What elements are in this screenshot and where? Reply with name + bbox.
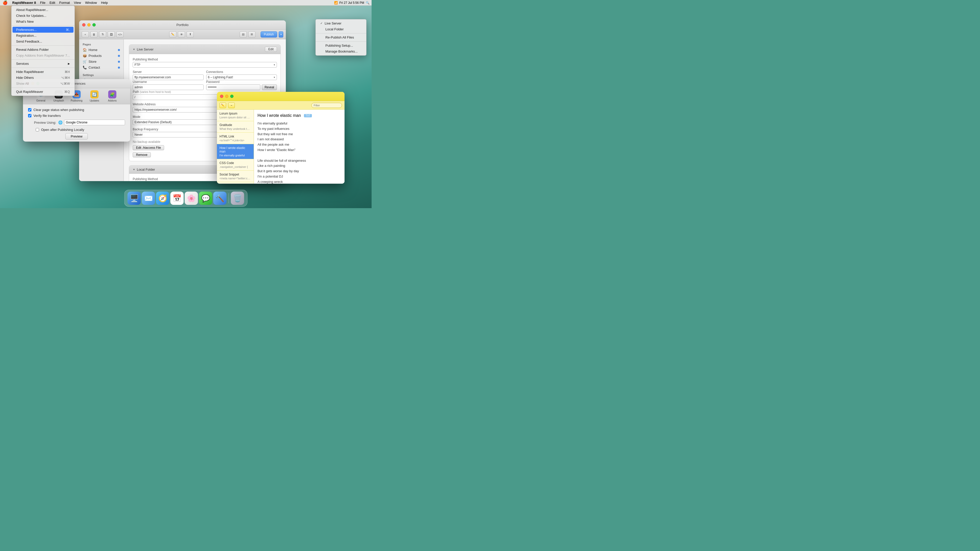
notes-minimize-button[interactable]	[225, 95, 228, 98]
app-menu-rapidweaver[interactable]: RapidWeaver 8	[10, 0, 38, 5]
sidebar-item-contact[interactable]: 📞 Contact	[79, 65, 124, 70]
reveal-button[interactable]: Reveal	[262, 84, 277, 90]
menu-registration[interactable]: Registration...	[11, 33, 75, 38]
menu-preferences[interactable]: Preferences... ⌘,	[13, 27, 73, 33]
menu-reveal-addons[interactable]: Reveal Addons Folder	[11, 47, 75, 52]
pub-menu-live-server[interactable]: ✓ Live Server	[316, 21, 366, 26]
prefs-tool-addons[interactable]: 🧩 Addons	[106, 90, 119, 102]
live-server-title: ▼ Live Server	[133, 48, 154, 51]
username-input[interactable]	[133, 84, 204, 90]
notes-item-gratitude[interactable]: Gratitude What they undertook to do	[217, 121, 254, 133]
prefs-tool-updates[interactable]: 🔄 Updates	[88, 90, 101, 102]
menu-hide-rapidweaver[interactable]: Hide RapidWeaver ⌘H	[11, 69, 75, 75]
menu-about[interactable]: About RapidWeaver...	[11, 7, 75, 13]
publish-dropdown-btn[interactable]: ▾	[279, 32, 283, 38]
home-dot	[118, 49, 120, 51]
toolbar-eye-btn[interactable]: 👁	[178, 32, 185, 38]
dock-photos[interactable]: 🌸	[185, 192, 198, 205]
pub-menu-republish[interactable]: Re-Publish All Files	[316, 35, 366, 40]
notes-traffic-lights	[220, 95, 234, 98]
preview-browser-select[interactable]: Google Chrome	[64, 120, 125, 125]
apple-menu[interactable]: 🍎	[0, 0, 10, 5]
lorum-preview: Lorem ipsum dolor sit amet, ea se...	[220, 116, 251, 119]
notes-maximize-button[interactable]	[230, 95, 234, 98]
dock-mail[interactable]: ✉️	[142, 192, 155, 205]
menu-services[interactable]: Services ▶	[11, 61, 75, 67]
pub-menu-setup[interactable]: Publishing Setup...	[316, 43, 366, 48]
services-arrow-icon: ▶	[68, 62, 70, 65]
menu-check-updates[interactable]: Check for Updates...	[11, 13, 75, 19]
toolbar-dual-col-btn[interactable]: ⊞	[248, 32, 256, 38]
notes-item-social-snippet[interactable]: Social Snippet <meta name="twitter:card"…	[217, 171, 254, 182]
publishing-method-input[interactable]	[133, 62, 277, 68]
notes-item-html-link[interactable]: HTML Link <a href="">Link</a>	[217, 133, 254, 144]
verify-transfers-checkbox[interactable]	[28, 114, 32, 118]
sidebar-item-store[interactable]: 🛒 Store	[79, 59, 124, 65]
note-tag: TXT	[304, 114, 312, 118]
dock-finder[interactable]: 🖥️	[127, 192, 141, 205]
maximize-button[interactable]	[92, 23, 96, 27]
toolbar-share-btn[interactable]: ⬆	[186, 32, 194, 38]
toolbar-add-btn[interactable]: +	[82, 32, 89, 38]
menu-whats-new[interactable]: What's New	[11, 19, 75, 24]
notes-item-css-code[interactable]: CSS Code .navigation_container {	[217, 159, 254, 171]
sidebar-item-home[interactable]: 🏠 Home	[79, 47, 124, 53]
menu-hide-others[interactable]: Hide Others ⌥⌘H	[11, 75, 75, 81]
menu-file[interactable]: File	[38, 0, 48, 5]
notes-new-btn[interactable]: ✏️	[220, 103, 226, 108]
server-input[interactable]	[133, 75, 204, 80]
connections-input[interactable]	[206, 75, 277, 80]
toolbar-single-col-btn[interactable]: ▤	[240, 32, 247, 38]
home-label: Home	[89, 48, 97, 52]
toolbar-reorder-btn[interactable]: ⇅	[99, 32, 106, 38]
dock-messages[interactable]: 💬	[199, 192, 212, 205]
live-server-edit-button[interactable]: Edit	[265, 47, 277, 52]
close-button[interactable]	[82, 23, 86, 27]
notes-item-elastic-man[interactable]: How I wrote elastic man I'm eternally gr…	[217, 144, 254, 159]
menu-divider-1	[11, 25, 75, 26]
htaccess-button[interactable]: Edit .htaccess File	[133, 145, 164, 150]
pub-menu-bookmarks[interactable]: Manage Bookmarks...	[316, 48, 366, 54]
menu-quit[interactable]: Quit RapidWeaver ⌘Q	[11, 89, 75, 95]
sidebar-item-products[interactable]: 📦 Products	[79, 53, 124, 59]
menu-format[interactable]: Format	[57, 0, 72, 5]
clear-page-status-checkbox[interactable]	[28, 108, 32, 111]
local-folder-collapse-icon[interactable]: ▼	[133, 168, 135, 171]
pub-menu-local-folder[interactable]: Local Folder	[316, 26, 366, 32]
toolbar-code-btn[interactable]: </>	[116, 32, 124, 38]
menu-send-feedback[interactable]: Send Feedback...	[11, 38, 75, 44]
notes-delete-btn[interactable]: −	[228, 103, 235, 108]
menubar-search-icon[interactable]: 🔍	[366, 1, 369, 5]
prefs-unsplash-label: Unsplash	[53, 99, 64, 102]
dock-trash[interactable]: 🗑️	[231, 192, 244, 205]
notes-body: Lorum Ipsum Lorem ipsum dolor sit amet, …	[217, 110, 345, 184]
store-dot	[118, 61, 120, 63]
notes-filter-input[interactable]	[311, 103, 342, 108]
css-code-preview: .navigation_container {	[220, 165, 251, 168]
menu-edit[interactable]: Edit	[48, 0, 57, 5]
toolbar-delete-btn[interactable]: 🗑	[90, 32, 97, 38]
dock-safari[interactable]: 🧭	[156, 192, 169, 205]
menu-help[interactable]: Help	[99, 0, 110, 5]
password-input[interactable]	[206, 84, 260, 90]
minimize-button[interactable]	[87, 23, 91, 27]
portfolio-title: Portfolio	[177, 23, 189, 27]
notes-item-lorum[interactable]: Lorum Ipsum Lorem ipsum dolor sit amet, …	[217, 110, 254, 121]
menu-view[interactable]: View	[72, 0, 83, 5]
toolbar-media-btn[interactable]: 🖼	[108, 32, 115, 38]
open-after-checkbox[interactable]	[36, 128, 39, 131]
notes-close-button[interactable]	[220, 95, 223, 98]
toolbar-pen-btn[interactable]: ✏️	[169, 32, 177, 38]
home-icon: 🏠	[83, 48, 87, 52]
publish-button[interactable]: Publish	[261, 32, 277, 38]
live-server-collapse-icon[interactable]: ▼	[133, 48, 135, 51]
publishing-method-label: Publishing Method	[133, 58, 277, 61]
gratitude-title: Gratitude	[220, 123, 251, 127]
prefs-general-label: General	[36, 99, 45, 102]
menu-window[interactable]: Window	[83, 0, 99, 5]
preview-button[interactable]: Preview	[65, 133, 88, 140]
remove-button[interactable]: Remove	[133, 152, 151, 157]
pub-menu-divider-1	[316, 33, 366, 33]
dock-calendar[interactable]: 📅	[170, 192, 184, 205]
dock-rapidweaver[interactable]: 🔨	[213, 192, 227, 205]
